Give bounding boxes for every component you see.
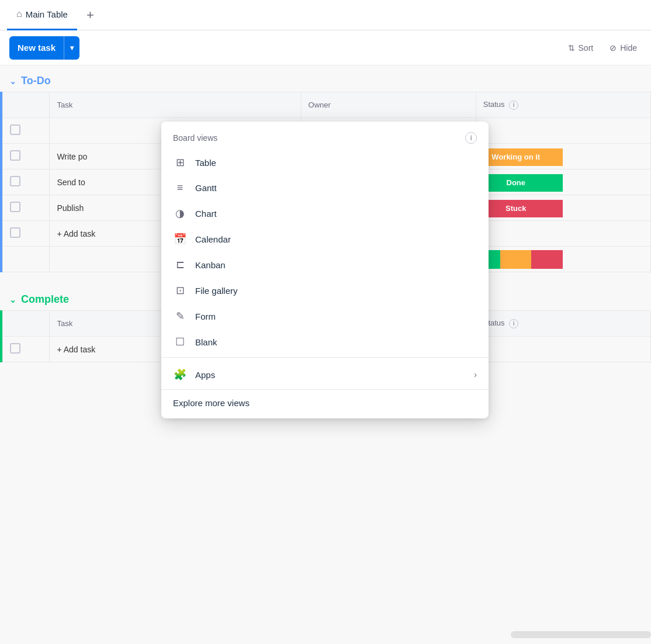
col-check-header	[3, 92, 50, 118]
apps-item-left: 🧩 Apps	[173, 368, 215, 381]
dropdown-divider	[161, 357, 489, 358]
calendar-view-label: Calendar	[195, 234, 231, 244]
col-owner-header: Owner	[301, 92, 476, 118]
sort-button[interactable]: ⇅ Sort	[563, 40, 598, 56]
new-task-dropdown-arrow[interactable]: ▾	[64, 36, 79, 60]
hide-label: Hide	[620, 43, 637, 53]
horizontal-scrollbar[interactable]	[511, 631, 651, 638]
add-row-checkbox[interactable]	[10, 227, 20, 238]
hide-button[interactable]: ⊘ Hide	[605, 40, 642, 56]
todo-chevron-icon: ⌄	[9, 77, 16, 86]
row4-checkbox[interactable]	[10, 202, 20, 212]
complete-group-label: Complete	[21, 293, 69, 306]
dropdown-items-list: ⊞ Table ≡ Gantt ◑ Chart 📅 Calendar ⊏ Kan…	[161, 150, 489, 355]
new-task-label: New task	[9, 36, 64, 60]
gantt-view-icon: ≡	[173, 182, 187, 194]
row2-status: Working on it	[476, 144, 650, 169]
sort-icon: ⇅	[568, 43, 575, 53]
col-task-header: Task	[50, 92, 301, 118]
dropdown-item-file-gallery[interactable]: ⊡ File gallery	[161, 278, 489, 303]
dropdown-item-table[interactable]: ⊞ Table	[161, 150, 489, 175]
dropdown-item-blank[interactable]: ☐ Blank	[161, 329, 489, 355]
complete-status-info-icon: i	[509, 319, 518, 328]
complete-col-check-header	[3, 311, 50, 337]
file-gallery-view-label: File gallery	[195, 286, 238, 296]
progress-stuck	[531, 250, 562, 269]
apps-icon: 🧩	[173, 368, 187, 381]
form-view-icon: ✎	[173, 310, 187, 323]
dropdown-item-kanban[interactable]: ⊏ Kanban	[161, 252, 489, 278]
complete-col-status-header: Status i	[476, 311, 650, 337]
row4-status: Stuck	[476, 195, 650, 221]
apps-label: Apps	[195, 370, 215, 380]
row2-checkbox[interactable]	[10, 150, 20, 161]
tab-main-table[interactable]: ⌂ Main Table	[7, 0, 77, 30]
board-views-label: Board views	[173, 133, 217, 143]
dropdown-apps-item[interactable]: 🧩 Apps ›	[161, 360, 489, 389]
tab-main-table-label: Main Table	[26, 9, 68, 19]
blank-view-icon: ☐	[173, 335, 187, 348]
explore-more-views-button[interactable]: Explore more views	[161, 389, 489, 418]
kanban-view-label: Kanban	[195, 260, 226, 270]
form-view-label: Form	[195, 311, 216, 321]
dropdown-item-form[interactable]: ✎ Form	[161, 303, 489, 329]
row3-status: Done	[476, 169, 650, 195]
tab-bar: ⌂ Main Table +	[0, 0, 651, 30]
hide-icon: ⊘	[610, 43, 617, 53]
blank-view-label: Blank	[195, 337, 217, 347]
row1-status	[476, 118, 650, 144]
status-info-icon: i	[509, 101, 518, 110]
row3-checkbox[interactable]	[10, 176, 20, 186]
new-task-button[interactable]: New task ▾	[9, 36, 79, 60]
dropdown-section-title: Board views i	[161, 122, 489, 150]
add-tab-button[interactable]: +	[82, 5, 99, 25]
table-view-icon: ⊞	[173, 156, 187, 169]
row1-checkbox[interactable]	[10, 124, 20, 135]
main-content: ⌄ To-Do Task Owner Status	[0, 65, 651, 644]
board-views-dropdown: Board views i ⊞ Table ≡ Gantt ◑ Chart 📅 …	[161, 122, 489, 418]
gantt-view-label: Gantt	[195, 183, 217, 193]
complete-add-checkbox[interactable]	[10, 343, 20, 354]
apps-chevron-right-icon: ›	[474, 370, 477, 379]
todo-group-label: To-Do	[21, 75, 51, 87]
table-view-label: Table	[195, 158, 216, 168]
sort-label: Sort	[579, 43, 594, 53]
toolbar: New task ▾ ⇅ Sort ⊘ Hide	[0, 30, 651, 65]
kanban-view-icon: ⊏	[173, 258, 187, 271]
calendar-view-icon: 📅	[173, 233, 187, 245]
todo-group-header[interactable]: ⌄ To-Do	[0, 65, 651, 92]
progress-working	[500, 250, 531, 269]
chart-view-label: Chart	[195, 209, 217, 219]
col-status-header: Status i	[476, 92, 650, 118]
explore-more-label: Explore more views	[173, 398, 250, 408]
home-icon: ⌂	[16, 9, 22, 19]
dropdown-item-chart[interactable]: ◑ Chart	[161, 200, 489, 226]
complete-chevron-icon: ⌄	[9, 295, 16, 304]
dropdown-info-icon[interactable]: i	[465, 132, 477, 144]
dropdown-item-calendar[interactable]: 📅 Calendar	[161, 226, 489, 252]
file-gallery-view-icon: ⊡	[173, 284, 187, 297]
chart-view-icon: ◑	[173, 207, 187, 220]
dropdown-item-gantt[interactable]: ≡ Gantt	[161, 175, 489, 200]
